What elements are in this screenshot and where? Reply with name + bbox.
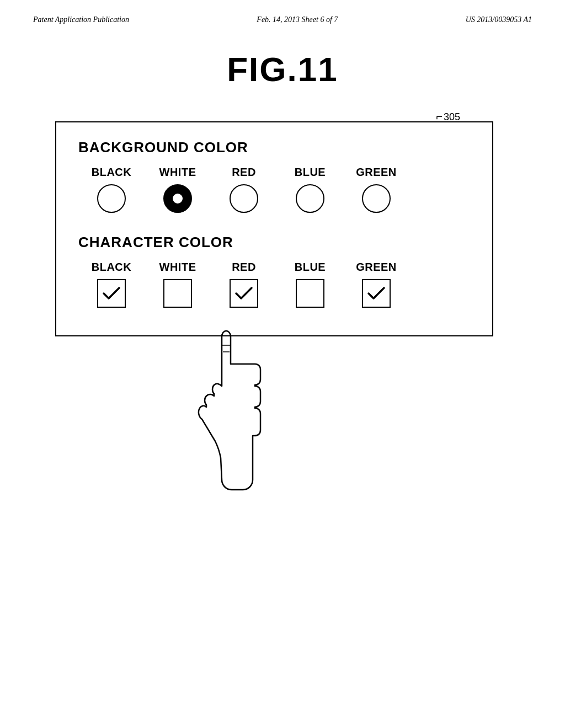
header-left: Patent Application Publication <box>33 15 129 24</box>
bg-blue-option[interactable]: BLUE <box>277 166 343 213</box>
bg-red-label: RED <box>232 166 256 179</box>
char-red-label: RED <box>232 261 256 274</box>
bg-green-radio[interactable] <box>362 184 391 213</box>
bg-green-option[interactable]: GREEN <box>343 166 409 213</box>
bg-black-option[interactable]: BLACK <box>78 166 145 213</box>
char-red-checkbox[interactable] <box>230 279 258 308</box>
bg-white-label: WHITE <box>159 166 196 179</box>
character-color-title: CHARACTER COLOR <box>78 234 470 251</box>
checkmark-red-icon <box>234 286 254 301</box>
char-blue-label: BLUE <box>295 261 326 274</box>
char-blue-option[interactable]: BLUE <box>277 261 343 308</box>
character-color-options: BLACK WHITE RED BLUE <box>78 261 470 308</box>
char-black-option[interactable]: BLACK <box>78 261 145 308</box>
char-black-label: BLACK <box>92 261 132 274</box>
checkmark-black-icon <box>102 286 121 301</box>
bg-white-option[interactable]: WHITE <box>145 166 211 213</box>
char-green-label: GREEN <box>356 261 397 274</box>
bg-black-radio[interactable] <box>97 184 126 213</box>
bg-white-radio[interactable] <box>163 184 192 213</box>
char-red-option[interactable]: RED <box>211 261 277 308</box>
hand-illustration <box>171 325 292 502</box>
bg-blue-radio[interactable] <box>296 184 324 213</box>
bg-black-label: BLACK <box>92 166 132 179</box>
checkmark-green-icon <box>366 286 386 301</box>
bg-blue-label: BLUE <box>295 166 326 179</box>
char-white-label: WHITE <box>159 261 196 274</box>
char-black-checkbox[interactable] <box>97 279 126 308</box>
figure-title: FIG.11 <box>0 50 565 89</box>
char-white-option[interactable]: WHITE <box>145 261 211 308</box>
header-center: Feb. 14, 2013 Sheet 6 of 7 <box>257 15 338 24</box>
bg-red-option[interactable]: RED <box>211 166 277 213</box>
char-white-checkbox[interactable] <box>163 279 192 308</box>
page-header: Patent Application Publication Feb. 14, … <box>33 15 532 24</box>
char-blue-checkbox[interactable] <box>296 279 324 308</box>
char-green-checkbox[interactable] <box>362 279 391 308</box>
hand-icon <box>171 325 292 502</box>
settings-panel: BACKGROUND COLOR BLACK WHITE RED BLUE GR… <box>55 121 493 336</box>
bg-green-label: GREEN <box>356 166 397 179</box>
bg-red-radio[interactable] <box>230 184 258 213</box>
background-color-title: BACKGROUND COLOR <box>78 139 470 156</box>
section-divider <box>78 218 470 234</box>
background-color-options: BLACK WHITE RED BLUE GREEN <box>78 166 470 213</box>
char-green-option[interactable]: GREEN <box>343 261 409 308</box>
header-right: US 2013/0039053 A1 <box>466 15 532 24</box>
